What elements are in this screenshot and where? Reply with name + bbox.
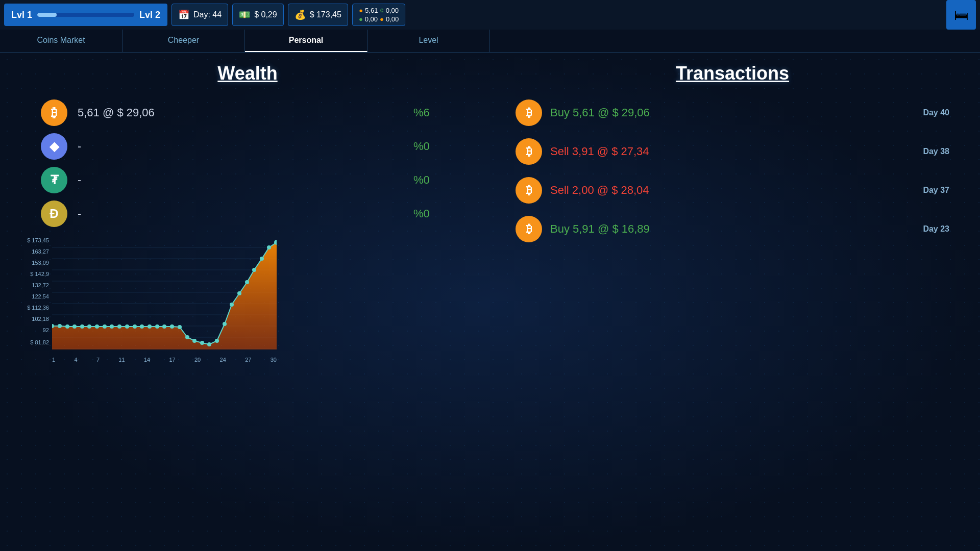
main-content: Wealth ₿ 5,61 @ $ 29,06 %6 ◆ - %0 ₮ - %0 <box>0 53 980 550</box>
svg-point-17 <box>87 324 91 329</box>
svg-point-18 <box>95 324 99 329</box>
svg-point-32 <box>200 341 204 345</box>
svg-point-40 <box>260 257 264 261</box>
svg-point-41 <box>267 245 271 249</box>
y-label-5: 122,54 <box>32 293 49 299</box>
tx-detail-3: Buy 5,91 @ $ 16,89 <box>550 222 905 236</box>
btc-amount: 5,61 @ $ 29,06 <box>78 106 169 119</box>
level2-label: Lvl 2 <box>139 10 160 20</box>
orange-circle-icon: ● <box>359 7 363 14</box>
chart-container: $ 173,45 163,27 153,09 $ 142,9 132,72 12… <box>10 237 485 540</box>
portfolio-pill: 💰 $ 173,45 <box>288 4 348 26</box>
wealth-row-btc: ₿ 5,61 @ $ 29,06 %6 <box>41 99 454 126</box>
chart-wrapper: $ 173,45 163,27 153,09 $ 142,9 132,72 12… <box>15 237 281 363</box>
svg-point-37 <box>237 291 241 295</box>
y-label-9: $ 81,82 <box>30 339 49 345</box>
wealth-panel: Wealth ₿ 5,61 @ $ 29,06 %6 ◆ - %0 ₮ - %0 <box>10 63 485 540</box>
cent-icon: ¢ <box>380 7 383 14</box>
usdt-percent: %0 <box>413 173 454 187</box>
cash-pill: 💵 $ 0,29 <box>232 4 283 26</box>
transactions-title: Transactions <box>495 63 970 84</box>
doge-coin-icon: Ð <box>41 201 67 227</box>
x-label-0: 1 <box>52 357 55 363</box>
tab-coins-market[interactable]: Coins Market <box>0 30 122 52</box>
green-circle-icon: ● <box>359 15 363 23</box>
tx-btc-icon-1: ₿ <box>516 138 542 165</box>
tx-btc-icon-0: ₿ <box>516 99 542 126</box>
calendar-icon: 📅 <box>178 9 189 20</box>
svg-point-19 <box>103 324 107 329</box>
svg-point-15 <box>72 324 77 329</box>
level1-label: Lvl 1 <box>11 10 32 20</box>
eth-coin-icon: ◆ <box>41 133 67 160</box>
orange-coin-col: ● 5,61 ¢ 0,00 ● 0,00 ● 0,00 <box>359 7 399 23</box>
gray-coin-bot-val: 0,00 <box>386 15 399 23</box>
nav-tabs: Coins Market Cheeper Personal Level <box>0 30 980 53</box>
tx-detail-0: Buy 5,61 @ $ 29,06 <box>550 106 905 119</box>
svg-point-34 <box>215 339 219 343</box>
chart-area: 1 4 7 11 14 17 20 24 27 30 <box>52 237 277 363</box>
cash-icon: 💵 <box>239 9 250 20</box>
tab-cheeper[interactable]: Cheeper <box>122 30 245 52</box>
doge-amount: - <box>78 207 169 220</box>
svg-point-30 <box>185 335 189 339</box>
xp-bar <box>37 13 134 17</box>
sleep-button[interactable]: 🛏 <box>946 0 976 30</box>
coin-stats: ● 5,61 ¢ 0,00 ● 0,00 ● 0,00 <box>352 4 405 26</box>
svg-point-38 <box>245 280 249 284</box>
x-label-4: 14 <box>144 357 150 363</box>
bed-icon: 🛏 <box>954 7 968 23</box>
svg-point-33 <box>207 342 211 346</box>
x-label-8: 27 <box>245 357 251 363</box>
day-pill: 📅 Day: 44 <box>172 4 228 26</box>
y-label-4: 132,72 <box>32 282 49 288</box>
x-label-2: 7 <box>96 357 100 363</box>
svg-point-22 <box>125 324 129 329</box>
wealth-row-usdt: ₮ - %0 <box>41 167 454 193</box>
eth-amount: - <box>78 140 169 153</box>
usdt-coin-icon: ₮ <box>41 167 67 193</box>
svg-point-36 <box>230 303 234 307</box>
xp-bar-fill <box>37 13 57 17</box>
x-label-9: 30 <box>271 357 277 363</box>
transactions-panel: Transactions ₿ Buy 5,61 @ $ 29,06 Day 40… <box>495 63 970 540</box>
wealth-row-eth: ◆ - %0 <box>41 133 454 160</box>
tx-day-2: Day 37 <box>914 186 949 195</box>
top-bar: Lvl 1 Lvl 2 📅 Day: 44 💵 $ 0,29 💰 $ 173,4… <box>0 0 980 30</box>
tx-day-3: Day 23 <box>914 224 949 234</box>
y-label-7: 102,18 <box>32 316 49 322</box>
svg-point-24 <box>140 324 144 329</box>
svg-point-35 <box>223 322 227 326</box>
svg-point-27 <box>162 324 166 329</box>
level-bar: Lvl 1 Lvl 2 <box>4 4 167 26</box>
x-label-3: 11 <box>118 357 125 363</box>
doge-icon-sm: ● <box>380 15 384 23</box>
wealth-chart <box>52 237 277 355</box>
svg-point-29 <box>178 325 182 329</box>
btc-percent: %6 <box>413 106 454 119</box>
svg-point-31 <box>192 339 197 343</box>
portfolio-icon: 💰 <box>295 9 306 20</box>
svg-point-28 <box>170 324 174 329</box>
transaction-row-0: ₿ Buy 5,61 @ $ 29,06 Day 40 <box>516 99 949 126</box>
tab-personal[interactable]: Personal <box>245 30 368 52</box>
gray-coin-top-val: 0,00 <box>386 7 399 14</box>
y-label-1: 163,27 <box>32 248 49 255</box>
transaction-row-3: ₿ Buy 5,91 @ $ 16,89 Day 23 <box>516 216 949 242</box>
chart-x-labels: 1 4 7 11 14 17 20 24 27 30 <box>52 355 277 363</box>
tab-level[interactable]: Level <box>368 30 490 52</box>
tx-day-0: Day 40 <box>914 108 949 117</box>
svg-point-26 <box>155 324 159 329</box>
btc-coin-icon: ₿ <box>41 99 67 126</box>
tx-btc-icon-2: ₿ <box>516 177 542 204</box>
svg-point-39 <box>252 268 256 272</box>
svg-point-16 <box>80 324 84 329</box>
svg-marker-11 <box>52 242 277 349</box>
svg-point-14 <box>65 324 69 329</box>
cash-value: $ 0,29 <box>254 10 277 19</box>
svg-point-23 <box>133 324 137 329</box>
portfolio-value: $ 173,45 <box>310 10 341 19</box>
svg-point-13 <box>58 324 62 328</box>
svg-point-25 <box>148 324 152 329</box>
y-label-3: $ 142,9 <box>30 271 49 277</box>
